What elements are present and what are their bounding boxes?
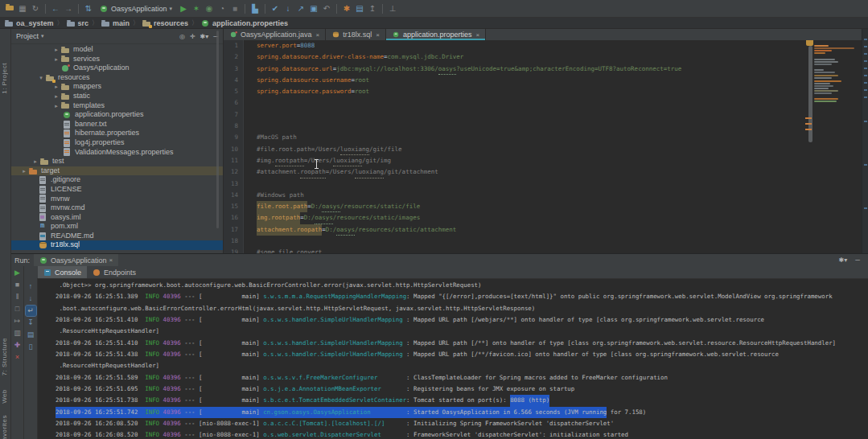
tree-item-application.properties[interactable]: application.properties xyxy=(11,110,223,120)
commit-icon[interactable]: ✔ xyxy=(269,2,282,15)
tree-item-readme.md[interactable]: README.md xyxy=(11,232,223,241)
tree-item-resources[interactable]: ▾resources xyxy=(11,73,223,83)
close-icon[interactable]: × xyxy=(316,31,320,39)
console-line[interactable]: 2018-09-26 16:26:08.520 INFO 40396 --- [… xyxy=(56,429,868,439)
coverage-button[interactable]: ◉ xyxy=(203,2,216,15)
editor-line[interactable]: 3spring.datasource.url=jdbc:mysql://loca… xyxy=(224,64,868,75)
scroll-to-end-icon[interactable]: ↧ xyxy=(26,318,36,328)
console-line[interactable]: 2018-09-26 16:25:51.738 INFO 40396 --- [… xyxy=(56,395,868,406)
editor-line[interactable]: 9#MacOS path xyxy=(224,132,868,143)
stop-button[interactable]: ■ xyxy=(228,2,241,15)
tree-scrollbar[interactable] xyxy=(216,31,219,228)
settings-icon[interactable]: ✱▾ xyxy=(200,33,209,40)
tree-item-services[interactable]: ▸services xyxy=(11,55,223,64)
close-icon[interactable]: × xyxy=(109,256,113,264)
tree-item-templates[interactable]: ▸templates xyxy=(11,101,223,111)
stripe-button-structure[interactable]: 7: Structure xyxy=(1,338,8,375)
run-settings-icon[interactable]: ✱▾ xyxy=(839,256,848,264)
editor-scrollbar-thumb[interactable] xyxy=(808,46,812,142)
editor-line[interactable]: 2spring.datasource.driver-class-name=com… xyxy=(224,51,868,63)
run-button[interactable]: ▶ xyxy=(177,2,190,15)
console-line[interactable]: 2018-09-26 16:25:51.410 INFO 40396 --- [… xyxy=(56,338,868,349)
editor-line[interactable]: 8 xyxy=(224,121,868,132)
editor-line[interactable]: 10#file.root.path=/Users/luoxiang/git/fi… xyxy=(224,144,868,155)
tree-item-hibernate.properties[interactable]: hibernate.properties xyxy=(11,129,223,138)
monitor-icon[interactable]: ▥ xyxy=(12,328,23,338)
editor-line[interactable]: 7 xyxy=(224,109,868,121)
stop-button[interactable]: ■ xyxy=(12,280,23,290)
locate-icon[interactable]: ◎ xyxy=(179,33,185,40)
tree-item-test[interactable]: ▸test xyxy=(11,157,223,166)
chevron-down-icon[interactable]: ▾ xyxy=(41,33,44,39)
debug-button[interactable]: ✶ xyxy=(190,2,203,15)
view-tab-console[interactable]: Console xyxy=(38,266,87,278)
recent-files-icon[interactable]: ⇅ xyxy=(82,2,95,15)
pause-output-button[interactable]: ‖ xyxy=(12,292,23,302)
chevron-collapsed-icon[interactable]: ▸ xyxy=(51,45,61,55)
tree-item-banner.txt[interactable]: banner.txt xyxy=(11,120,223,129)
tree-item-mvnw.cmd[interactable]: mvnw.cmd xyxy=(11,203,223,213)
clear-console-icon[interactable]: ▯ xyxy=(26,342,36,352)
search-icon[interactable]: ✱ xyxy=(340,2,353,15)
chevron-collapsed-icon[interactable]: ▸ xyxy=(51,92,61,101)
run-tab[interactable]: OasysApplication × xyxy=(34,254,118,266)
tree-item-static[interactable]: ▸static xyxy=(11,92,223,101)
soft-wrap-icon[interactable]: ↵ xyxy=(26,306,36,316)
tree-item-.gitignore[interactable]: .gitignore xyxy=(11,175,223,185)
forward-icon[interactable]: → xyxy=(62,2,75,15)
print-icon[interactable]: ▤ xyxy=(26,330,36,340)
close-icon[interactable]: × xyxy=(376,31,380,39)
run-config-selector[interactable]: OasysApplication▾ xyxy=(95,2,177,15)
breadcrumb-item-main[interactable]: main xyxy=(101,19,130,27)
tree-item-log4j.properties[interactable]: log4j.properties xyxy=(11,138,223,148)
console-line[interactable]: 2018-09-26 16:25:51.389 INFO 40396 --- [… xyxy=(56,291,868,302)
stripe-button-web[interactable]: Web xyxy=(1,389,8,404)
console-line[interactable]: 2018-09-26 16:25:51.410 INFO 40396 --- [… xyxy=(56,314,868,326)
vcs-push-icon[interactable]: ↗ xyxy=(294,2,307,15)
save-all-icon[interactable]: ▦ xyxy=(16,2,29,15)
tab-application.properties[interactable]: application.properties× xyxy=(386,29,486,40)
tree-item-tr18lx.sql[interactable]: tr18lx.sql xyxy=(11,240,223,250)
editor-line[interactable]: 17attachment.roopath=D:/oasys/resources/… xyxy=(224,224,868,236)
detach-icon[interactable]: ↦ xyxy=(12,316,23,326)
upload-icon[interactable]: ↥ xyxy=(366,2,379,15)
console-line[interactable]: 2018-09-26 16:25:51.695 INFO 40396 --- [… xyxy=(56,384,868,395)
tree-item-validationmessages.properties[interactable]: ValidationMessages.properties xyxy=(11,148,223,158)
tree-item-pom.xml[interactable]: pom.xml xyxy=(11,222,223,232)
tree-item-license[interactable]: LICENSE xyxy=(11,185,223,195)
console-line[interactable]: .boot.autoconfigure.web.BasicErrorContro… xyxy=(56,303,868,314)
tree-item-target[interactable]: ▸target xyxy=(11,166,223,176)
breadcrumb-item-src[interactable]: src xyxy=(67,19,89,27)
collapse-all-icon[interactable]: ✛ xyxy=(190,33,195,40)
tool-window-icon[interactable]: ▙ xyxy=(249,2,261,15)
breadcrumb-item-application.properties[interactable]: application.properties xyxy=(201,19,288,27)
editor-line[interactable]: 5spring.datasource.password=root xyxy=(224,86,868,97)
pin-tab-icon[interactable]: ✚ xyxy=(12,340,23,351)
back-icon[interactable]: ← xyxy=(49,2,62,15)
editor-line[interactable]: 13 xyxy=(224,178,868,190)
editor-line[interactable]: 16img.rootpath=D:/oasys/resources/static… xyxy=(224,212,868,224)
stripe-button-project[interactable]: 1: Project xyxy=(1,63,8,94)
editor-line[interactable]: 11#img.rootpath=/Users/luoxiang/git/img xyxy=(224,155,868,166)
tab-tr18lx.sql[interactable]: tr18lx.sql× xyxy=(326,29,386,40)
restore-layout-button[interactable]: □ xyxy=(12,304,23,314)
editor-line[interactable]: 1server.port=8088 xyxy=(224,40,868,51)
console-line[interactable]: .Object>> org.springframework.boot.autoc… xyxy=(56,280,868,291)
chevron-collapsed-icon[interactable]: ▸ xyxy=(51,55,61,64)
tree-item-mvnw[interactable]: mvnw xyxy=(11,195,223,204)
console-line[interactable]: 2018-09-26 16:26:08.520 INFO 40396 --- [… xyxy=(56,418,868,429)
tree-item-model[interactable]: ▸model xyxy=(11,45,223,55)
open-icon[interactable] xyxy=(3,2,16,15)
editor-line[interactable]: 4spring.datasource.username=root xyxy=(224,75,868,86)
sync-icon[interactable]: ↻ xyxy=(29,2,42,15)
close-icon[interactable]: × xyxy=(475,31,479,39)
chevron-collapsed-icon[interactable]: ▸ xyxy=(51,101,61,111)
minimize-panel-icon[interactable]: ─ xyxy=(855,256,860,264)
console-line[interactable]: 2018-09-26 16:25:51.742 INFO 40396 --- [… xyxy=(56,407,868,418)
next-trace-icon[interactable]: ↓ xyxy=(26,293,36,304)
breadcrumb-item-oa_system[interactable]: oa_system xyxy=(5,19,54,27)
chevron-collapsed-icon[interactable]: ▸ xyxy=(31,157,40,166)
console-output[interactable]: .Object>> org.springframework.boot.autoc… xyxy=(38,278,868,439)
project-structure-icon[interactable]: ▤ xyxy=(353,2,366,15)
editor-line[interactable]: 14#Windows path xyxy=(224,190,868,201)
